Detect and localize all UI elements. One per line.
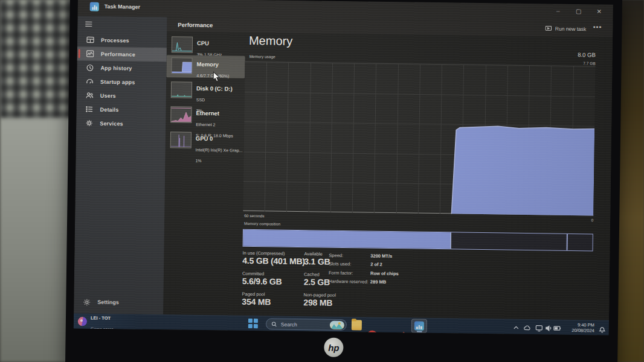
stat-value: 354 MB <box>242 297 271 307</box>
network-icon[interactable] <box>535 323 543 331</box>
active-app-indicator <box>417 331 422 332</box>
search-placeholder: Search <box>281 321 326 328</box>
ethernet-mini-graph <box>170 106 192 122</box>
perf-list-item-memory[interactable]: Memory 4.6/7.7 GB (60%) <box>166 55 245 78</box>
stat-label: Committed <box>242 271 264 276</box>
mouse-cursor <box>213 71 221 82</box>
perf-list-item-gpu[interactable]: GPU 0 Intel(R) Iris(R) Xe Grap... 1% <box>166 129 245 156</box>
widgets-sports-icon <box>78 317 87 326</box>
tray-clock[interactable]: 9:40 PM 20/08/2024 <box>557 322 594 334</box>
sidebar-item-label: Performance <box>101 51 135 57</box>
widgets-score-subtitle: Game score <box>91 326 114 331</box>
chevron-up-icon[interactable] <box>512 323 520 331</box>
memory-usage-graph <box>243 62 595 216</box>
composition-in-use-segment <box>243 230 451 249</box>
screen: Task Manager – ▢ ✕ Processes <box>74 0 613 335</box>
cpu-mini-graph <box>172 36 193 52</box>
memory-composition-bar[interactable] <box>243 229 593 252</box>
stat-value: 4.5 GB (401 MB) <box>242 256 305 266</box>
widgets-score-title: LEI - TOT <box>91 315 111 320</box>
file-explorer-icon[interactable] <box>352 320 362 330</box>
page-title: Performance <box>178 21 213 28</box>
sidebar-item-label: Details <box>100 106 118 112</box>
stat-value: 298 MB <box>303 297 332 308</box>
memory-mini-graph <box>171 57 192 74</box>
stat-label: Cached <box>304 272 320 277</box>
app-x-notification-dot <box>403 332 405 334</box>
detail-value: 2 of 2 <box>370 262 382 267</box>
run-new-task-icon <box>545 25 552 31</box>
composition-divider <box>567 234 568 250</box>
memory-composition-label: Memory composition <box>244 221 280 226</box>
stat-label: Available <box>304 251 322 256</box>
stat-value: 3.1 GB <box>304 256 330 267</box>
maximize-button[interactable]: ▢ <box>575 8 583 14</box>
sidebar-item-label: Services <box>100 120 123 127</box>
gear-icon <box>83 298 91 306</box>
content-area: Performance Run new task ••• CPU 3% 1.58… <box>163 17 613 320</box>
sidebar-item-startup-apps[interactable]: Startup apps <box>77 74 166 89</box>
sidebar-item-label: Users <box>100 92 116 98</box>
detail-value: Row of chips <box>370 271 399 277</box>
graph-x-axis-right-label: 0 <box>551 217 593 222</box>
graph-x-axis-left-label: 60 seconds <box>244 214 264 218</box>
detail-value: 289 MB <box>370 279 386 285</box>
tray-date: 20/08/2024 <box>557 328 594 334</box>
settings-label: Settings <box>97 299 119 305</box>
details-icon <box>85 105 93 113</box>
perf-list-item-ethernet[interactable]: Ethernet Ethernet 2 S: 0.6 R: 18.0 Mbps <box>166 104 245 132</box>
app-history-icon <box>86 63 94 71</box>
search-input[interactable]: Search <box>266 318 347 331</box>
memory-title: Memory <box>249 34 293 48</box>
task-manager-taskbar-button[interactable] <box>411 319 427 332</box>
users-icon <box>86 91 94 99</box>
search-icon <box>271 321 277 327</box>
disk-mini-graph <box>171 81 192 98</box>
notifications-bell-icon[interactable] <box>599 325 606 332</box>
memory-usage-label: Memory usage <box>250 54 275 59</box>
memory-total-capacity: 8.0 GB <box>535 51 596 58</box>
stat-value: 5.6/9.6 GB <box>242 276 282 287</box>
run-new-task-button[interactable]: Run new task <box>545 25 587 32</box>
task-manager-icon <box>414 322 424 331</box>
stat-value: 2.5 GB <box>304 277 330 287</box>
sidebar-item-performance[interactable]: Performance <box>77 46 167 62</box>
sidebar-item-details[interactable]: Details <box>76 102 166 117</box>
stat-label: Paged pool <box>242 291 265 297</box>
hp-logo: hp <box>324 338 343 357</box>
chrome-icon[interactable] <box>367 331 378 335</box>
widgets-button[interactable]: LEI - TOT Game score <box>74 314 143 329</box>
sidebar-item-app-history[interactable]: App history <box>77 60 166 75</box>
perf-list-item-disk[interactable]: Disk 0 (C: D:) SSD 3% <box>166 79 245 106</box>
search-daily-image <box>330 320 344 329</box>
detail-label: Slots used: <box>329 261 351 267</box>
task-manager-app-icon <box>90 2 99 11</box>
speaker-icon[interactable] <box>545 323 553 331</box>
detail-label: Hardware reserved: <box>329 279 369 285</box>
more-options-button[interactable]: ••• <box>593 23 602 30</box>
sidebar-item-settings[interactable]: Settings <box>74 295 163 310</box>
sidebar-item-label: Processes <box>101 37 129 43</box>
memory-usage-area <box>451 125 594 215</box>
gpu-mini-graph <box>170 132 192 148</box>
window-title: Task Manager <box>105 4 140 10</box>
sidebar-item-processes[interactable]: Processes <box>77 33 167 48</box>
performance-icon <box>86 49 94 57</box>
perf-list-item-cpu[interactable]: CPU 3% 1.58 GHz <box>167 34 245 55</box>
processes-icon <box>86 36 94 43</box>
start-button[interactable] <box>248 319 259 329</box>
close-button[interactable]: ✕ <box>595 8 604 14</box>
sidebar-item-label: Startup apps <box>100 78 135 85</box>
sidebar-item-services[interactable]: Services <box>76 116 166 131</box>
laptop-bezel: Task Manager – ▢ ✕ Processes <box>65 0 622 362</box>
sidebar-item-users[interactable]: Users <box>77 88 166 103</box>
services-icon <box>85 119 93 127</box>
photo-scene: Task Manager – ▢ ✕ Processes <box>0 0 644 362</box>
onedrive-cloud-icon[interactable] <box>523 323 531 331</box>
minimize-button[interactable]: – <box>554 8 562 14</box>
detail-label: Speed: <box>329 253 343 258</box>
sidebar: Processes Performance App history Startu… <box>74 16 167 314</box>
detail-label: Form factor: <box>329 270 353 276</box>
hamburger-menu-icon[interactable] <box>85 19 97 30</box>
sidebar-item-label: App history <box>100 65 132 71</box>
